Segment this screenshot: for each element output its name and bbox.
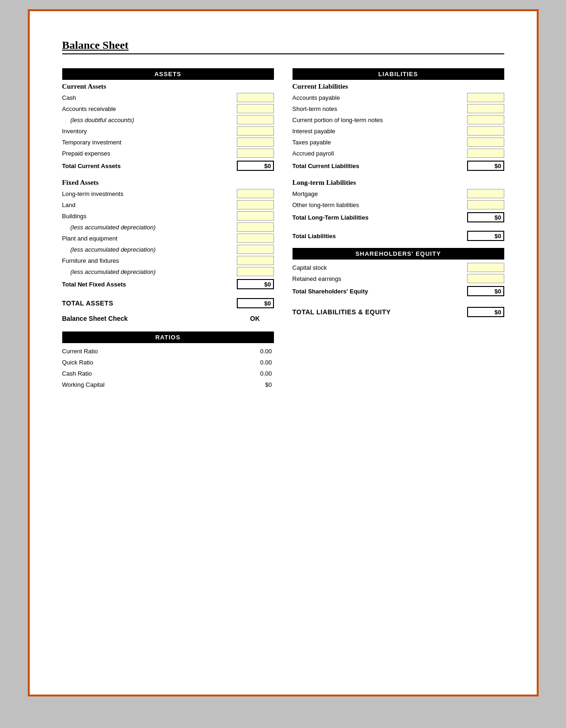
accounts-payable-input[interactable] <box>467 93 504 102</box>
total-shareholders-equity-label: Total Shareholders' Equity <box>293 288 467 295</box>
list-item: Prepaid expenses <box>62 148 274 158</box>
main-content: ASSETS Current Assets Cash Accounts rece… <box>62 68 504 390</box>
retained-earnings-input[interactable] <box>467 274 504 283</box>
short-term-notes-input[interactable] <box>467 104 504 113</box>
current-longterm-notes-input[interactable] <box>467 115 504 124</box>
interest-payable-input[interactable] <box>467 126 504 136</box>
total-current-liabilities-label: Total Current Liabilities <box>293 162 467 169</box>
item-label: Furniture and fixtures <box>62 257 237 264</box>
item-label: Retained earnings <box>293 275 467 282</box>
ratio-label: Current Ratio <box>62 348 98 355</box>
buildings-depreciation-input[interactable] <box>237 222 274 232</box>
list-item: (less accumulated depreciation) <box>62 222 274 232</box>
list-item: Land <box>62 200 274 210</box>
item-label: Cash <box>62 94 237 101</box>
balance-check-value: OK <box>250 315 260 322</box>
total-shareholders-equity-value: $0 <box>467 286 504 296</box>
item-label: Accrued payroll <box>293 150 467 157</box>
list-item: Taxes payable <box>293 137 504 147</box>
accounts-receivable-input[interactable] <box>237 104 274 113</box>
item-label: Mortgage <box>293 190 467 197</box>
total-current-liabilities-value: $0 <box>467 161 504 171</box>
total-fixed-assets-value: $0 <box>237 279 274 289</box>
temporary-investment-input[interactable] <box>237 137 274 147</box>
item-label: Taxes payable <box>293 139 467 146</box>
other-longterm-input[interactable] <box>467 200 504 209</box>
liabilities-header: LIABILITIES <box>293 68 504 80</box>
item-label: Buildings <box>62 213 237 220</box>
total-current-assets-value: $0 <box>237 161 274 171</box>
plant-equipment-input[interactable] <box>237 234 274 243</box>
liabilities-column: LIABILITIES Current Liabilities Accounts… <box>293 68 504 390</box>
item-label: Temporary investment <box>62 139 237 146</box>
list-item: Cash <box>62 92 274 103</box>
longterm-liabilities-title: Long-term Liabilities <box>293 179 504 187</box>
item-label: Prepaid expenses <box>62 150 237 157</box>
total-fixed-assets-row: Total Net Fixed Assets $0 <box>62 279 274 290</box>
longterm-investments-input[interactable] <box>237 189 274 198</box>
prepaid-expenses-input[interactable] <box>237 149 274 158</box>
list-item: Retained earnings <box>293 273 504 284</box>
inventory-input[interactable] <box>237 126 274 136</box>
buildings-input[interactable] <box>237 211 274 221</box>
ratios-section: RATIOS Current Ratio 0.00 Quick Ratio 0.… <box>62 332 274 390</box>
list-item: (less accumulated depreciation) <box>62 244 274 254</box>
list-item: Accrued payroll <box>293 148 504 158</box>
assets-header: ASSETS <box>62 68 274 80</box>
ratios-header: RATIOS <box>62 332 274 343</box>
page-title: Balance Sheet <box>62 39 504 52</box>
list-item: Accounts payable <box>293 92 504 103</box>
total-longterm-liabilities-value: $0 <box>467 212 504 222</box>
furniture-depreciation-input[interactable] <box>237 267 274 276</box>
total-longterm-liabilities-row: Total Long-Term Liabilities $0 <box>293 212 504 223</box>
item-label: Interest payable <box>293 128 467 135</box>
list-item: Short-term notes <box>293 104 504 114</box>
page-container: Balance Sheet ASSETS Current Assets Cash… <box>28 9 539 696</box>
list-item: (less doubtful accounts) <box>62 115 274 125</box>
total-liabilities-row: Total Liabilities $0 <box>293 230 504 241</box>
ratio-value: 0.00 <box>237 348 274 355</box>
total-fixed-assets-label: Total Net Fixed Assets <box>62 281 237 288</box>
item-label: Inventory <box>62 128 237 135</box>
ratio-label: Cash Ratio <box>62 370 92 377</box>
current-liabilities-title: Current Liabilities <box>293 83 504 91</box>
list-item: Temporary investment <box>62 137 274 147</box>
list-item: (less accumulated depreciation) <box>62 266 274 277</box>
fixed-assets-title: Fixed Assets <box>62 179 274 187</box>
cash-input[interactable] <box>237 93 274 102</box>
ratio-item: Current Ratio 0.00 <box>62 346 274 356</box>
ratio-value: $0 <box>237 381 274 388</box>
list-item: Inventory <box>62 126 274 136</box>
ratio-label: Quick Ratio <box>62 359 93 366</box>
total-longterm-liabilities-label: Total Long-Term Liabilities <box>293 214 467 221</box>
assets-column: ASSETS Current Assets Cash Accounts rece… <box>62 68 274 390</box>
item-label: Accounts payable <box>293 94 467 101</box>
shareholders-equity-header: SHAREHOLDERS' EQUITY <box>293 248 504 260</box>
capital-stock-input[interactable] <box>467 263 504 272</box>
total-liabilities-label: Total Liabilities <box>293 233 467 240</box>
total-assets-label: TOTAL ASSETS <box>62 299 237 307</box>
item-label: (less accumulated depreciation) <box>62 268 237 275</box>
doubtful-accounts-input[interactable] <box>237 115 274 124</box>
furniture-fixtures-input[interactable] <box>237 256 274 265</box>
current-assets-title: Current Assets <box>62 83 274 91</box>
item-label: Capital stock <box>293 264 467 271</box>
taxes-payable-input[interactable] <box>467 137 504 147</box>
ratio-value: 0.00 <box>237 370 274 377</box>
item-label: (less doubtful accounts) <box>62 117 237 124</box>
list-item: Plant and equipment <box>62 233 274 243</box>
total-liabilities-value: $0 <box>467 231 504 241</box>
plant-depreciation-input[interactable] <box>237 245 274 254</box>
ratio-item: Cash Ratio 0.00 <box>62 368 274 378</box>
accrued-payroll-input[interactable] <box>467 149 504 158</box>
item-label: Accounts receivable <box>62 105 237 112</box>
item-label: Current portion of long-term notes <box>293 117 467 124</box>
land-input[interactable] <box>237 200 274 209</box>
item-label: Plant and equipment <box>62 235 237 242</box>
total-liabilities-equity-label: TOTAL LIABILITIES & EQUITY <box>293 308 467 316</box>
mortgage-input[interactable] <box>467 189 504 198</box>
ratio-item: Working Capital $0 <box>62 379 274 390</box>
total-assets-value: $0 <box>237 298 274 308</box>
item-label: Land <box>62 202 237 208</box>
total-current-assets-label: Total Current Assets <box>62 162 237 169</box>
